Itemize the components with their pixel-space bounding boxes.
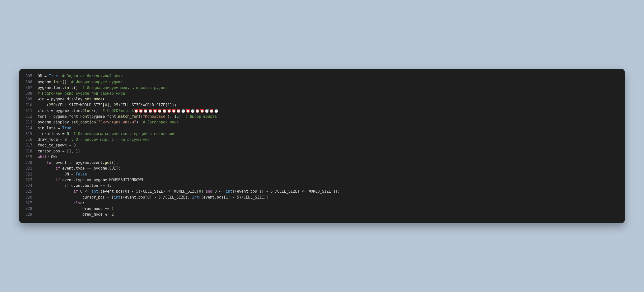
line-content[interactable]: if event.type == pygame.MOUSEBUTTONDOWN:	[38, 177, 625, 183]
code-line[interactable]: 326 cursor_pos = [int((event.pos[0] - 5)…	[19, 194, 625, 200]
line-content[interactable]: # Подгоняем окно pygame под размер мира	[38, 91, 625, 96]
code-line[interactable]: 311clock = pygame.time.Clock() # CLOCK?m…	[19, 108, 625, 114]
line-number: 329	[19, 212, 38, 218]
token-plain: iterations =	[38, 132, 67, 136]
code-line[interactable]: 315iterations = 0 # Отслеживаем количест…	[19, 131, 625, 137]
line-number: 322	[19, 172, 38, 177]
code-editor[interactable]: 305ON = True # Задел на бесконечный цикл…	[19, 69, 625, 223]
line-content[interactable]: win = pygame.display.set_mode(	[38, 96, 625, 102]
token-plain: ()	[94, 108, 102, 113]
code-line[interactable]: 319while ON:	[19, 154, 625, 160]
token-num: 25	[114, 103, 118, 107]
line-number: 325	[19, 189, 38, 194]
code-line[interactable]: 313pygame.display.set_caption("Симуляция…	[19, 120, 625, 125]
token-plain: ON:	[49, 155, 58, 159]
line-content[interactable]: clock = pygame.time.Clock() # CLOCK?mclo…	[38, 108, 625, 114]
code-line[interactable]: 308# Подгоняем окно pygame под размер ми…	[19, 91, 625, 96]
token-plain: ] -	[262, 189, 270, 194]
token-cmt: # Задел на бесконечный цикл	[62, 74, 123, 78]
line-content[interactable]: else:	[38, 200, 625, 206]
code-line[interactable]: 322 ON = False	[19, 172, 625, 177]
line-content[interactable]: food_to_spawn = 0	[38, 142, 625, 148]
line-number: 323	[19, 177, 38, 183]
line-number: 320	[19, 160, 38, 166]
line-content[interactable]: ON = True # Задел на бесконечный цикл	[38, 73, 625, 79]
token-cmt: # Инициализируем pygame	[71, 80, 123, 84]
token-plain: ((event.pos[	[232, 189, 259, 194]
token-plain: ():	[112, 160, 118, 165]
token-num: 1	[226, 195, 228, 200]
token-plain: ]))	[170, 103, 176, 107]
token-num: 0	[125, 189, 127, 194]
token-cmt: # 0 - рисуем мир, 1 - не рисуем мир	[71, 137, 150, 142]
line-content[interactable]: font = pygame.font.Font(pygame.font.matc…	[38, 114, 625, 120]
token-plain	[38, 184, 64, 188]
line-content[interactable]: pygame.init() # Инициализируем pygame	[38, 79, 625, 85]
code-line[interactable]: 317food_to_spawn = 0	[19, 142, 625, 148]
token-kw: for	[46, 160, 53, 165]
code-line[interactable]: 325 if 0 <= int((event.pos[0] - 5)/CELL_…	[19, 189, 625, 194]
code-line[interactable]: 305ON = True # Задел на бесконечный цикл	[19, 73, 625, 79]
code-line[interactable]: 323 if event.type == pygame.MOUSEBUTTOND…	[19, 177, 625, 183]
token-cmt: # Подгоняем окно pygame под размер мира	[38, 91, 125, 96]
token-plain: )	[179, 114, 186, 119]
line-number: 319	[19, 154, 38, 160]
token-fn: match_font	[118, 114, 140, 119]
token-plain: font = pygame.font.	[38, 114, 80, 119]
token-plain	[38, 160, 46, 165]
token-plain	[38, 166, 56, 170]
line-content[interactable]: cursor_pos = [int((event.pos[0] - 5)/CEL…	[38, 194, 625, 200]
token-str: "Monospace"	[143, 114, 167, 119]
line-content[interactable]: if event.type == pygame.QUIT:	[38, 166, 625, 171]
token-num: 1	[333, 189, 336, 194]
line-content[interactable]: draw_mode = 0 # 0 - рисуем мир, 1 - не р…	[38, 137, 625, 142]
token-plain: (	[96, 120, 98, 124]
code-line[interactable]: 310 (250+CELL_SIZE*WORLD_SIZE[0], 25+CEL…	[19, 102, 625, 108]
token-plain: +CELL_SIZE*WORLD_SIZE[	[118, 103, 168, 107]
code-line[interactable]: 327 else:	[19, 200, 625, 206]
token-plain: ON =	[38, 74, 49, 78]
token-plain: food_to_spawn =	[38, 143, 74, 148]
token-bltn: int	[92, 189, 98, 194]
token-plain: (	[102, 97, 105, 102]
token-num: 1	[112, 206, 114, 211]
line-content[interactable]: iterations = 0 # Отслеживаем количество …	[38, 131, 625, 137]
line-content[interactable]: draw_mode %= 2	[38, 212, 625, 218]
line-content[interactable]: ON = False	[38, 172, 625, 177]
code-line[interactable]: 312font = pygame.font.Font(pygame.font.m…	[19, 114, 625, 120]
token-plain: pygame.font.	[38, 86, 64, 90]
line-content[interactable]: simulate = True	[38, 126, 625, 131]
line-content[interactable]: if event.button == 1:	[38, 183, 625, 189]
token-num: 0	[199, 189, 201, 194]
code-line[interactable]: 328 draw_mode += 1	[19, 206, 625, 212]
code-line[interactable]: 320 for event in pygame.event.get():	[19, 160, 625, 166]
line-content[interactable]: if 0 <= int((event.pos[0] - 5)/CELL_SIZE…	[38, 189, 625, 194]
line-content[interactable]: cursor_pos = [1, 1]	[38, 148, 625, 154]
code-line[interactable]: 314simulate = True	[19, 126, 625, 131]
code-line[interactable]: 324 if event.button == 1:	[19, 183, 625, 189]
token-num: 1	[168, 103, 170, 107]
code-line[interactable]: 318cursor_pos = [1, 1]	[19, 148, 625, 154]
code-line[interactable]: 307pygame.font.init() # Инициализируем м…	[19, 85, 625, 91]
code-block: 305ON = True # Задел на бесконечный цикл…	[19, 73, 625, 218]
token-plain: event.button ==	[69, 184, 107, 188]
code-line[interactable]: 329 draw_mode %= 2	[19, 212, 625, 218]
code-line[interactable]: 309win = pygame.display.set_mode(	[19, 96, 625, 102]
line-content[interactable]: draw_mode += 1	[38, 206, 625, 212]
line-content[interactable]: pygame.font.init() # Инициализируем моду…	[38, 85, 625, 91]
token-plain: pygame.	[38, 80, 53, 84]
code-line[interactable]: 306pygame.init() # Инициализируем pygame	[19, 79, 625, 85]
token-fn: Clock	[82, 108, 94, 113]
token-plain: ((event.pos[	[199, 195, 226, 200]
line-number: 310	[19, 102, 38, 108]
token-num: 0	[73, 143, 76, 148]
line-number: 326	[19, 194, 38, 200]
token-plain: +CELL_SIZE*WORLD_SIZE[	[56, 103, 105, 107]
code-line[interactable]: 316draw_mode = 0 # 0 - рисуем мир, 1 - н…	[19, 137, 625, 142]
line-content[interactable]: pygame.display.set_caption("Симуляция жи…	[38, 120, 625, 125]
token-plain: (pygame.font.	[89, 114, 118, 119]
line-content[interactable]: (250+CELL_SIZE*WORLD_SIZE[0], 25+CELL_SI…	[38, 102, 625, 108]
line-content[interactable]: while ON:	[38, 154, 625, 160]
line-content[interactable]: for event in pygame.event.get():	[38, 160, 625, 166]
code-line[interactable]: 321 if event.type == pygame.QUIT:	[19, 166, 625, 171]
